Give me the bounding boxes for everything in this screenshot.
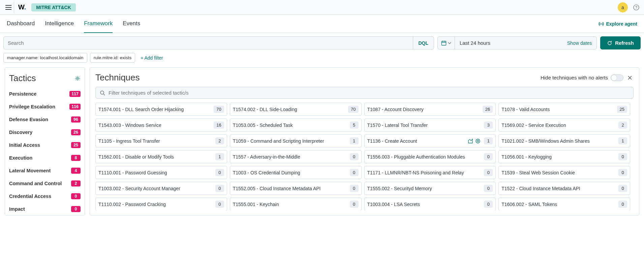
chart-icon[interactable] xyxy=(468,138,473,144)
dql-button[interactable]: DQL xyxy=(413,37,434,49)
technique-card[interactable]: T1003.002 - Security Account Manager0 xyxy=(95,182,227,195)
tactic-item[interactable]: Lateral Movement4 xyxy=(8,164,83,177)
target-icon[interactable] xyxy=(475,138,481,144)
top-bar: W. MITRE ATT&CK a ? xyxy=(0,0,644,15)
technique-card[interactable]: T1543.003 - Windows Service16 xyxy=(95,118,227,132)
tactic-item[interactable]: Defense Evasion96 xyxy=(8,113,83,126)
technique-count-badge: 3 xyxy=(484,122,493,129)
explore-agent-button[interactable]: Explore agent xyxy=(599,21,637,27)
tactic-item[interactable]: Discovery26 xyxy=(8,126,83,139)
date-picker: Last 24 hours Show dates xyxy=(437,36,597,49)
tactic-name: Credential Access xyxy=(9,194,51,199)
tactic-name: Command and Control xyxy=(9,181,62,186)
technique-card[interactable]: T1555.001 - Keychain0 xyxy=(230,198,362,210)
date-quick-select[interactable] xyxy=(438,37,455,49)
technique-card[interactable]: T1059 - Command and Scripting Interprete… xyxy=(230,134,362,147)
technique-label: T1110.001 - Password Guessing xyxy=(98,170,213,175)
tactics-title: Tactics xyxy=(9,73,36,83)
breadcrumb-chip[interactable]: MITRE ATT&CK xyxy=(31,3,75,11)
query-controls: DQL Last 24 hours Show dates Refresh xyxy=(0,33,644,53)
technique-card[interactable]: T1105 - Ingress Tool Transfer2 xyxy=(95,134,227,147)
date-range-text[interactable]: Last 24 hours xyxy=(455,40,495,46)
technique-label: T1557 - Adversary-in-the-Middle xyxy=(233,154,348,160)
technique-card[interactable]: T1136 - Create Account1 xyxy=(364,134,496,147)
tab-intelligence[interactable]: Intelligence xyxy=(45,15,74,33)
user-avatar[interactable]: a xyxy=(618,2,628,12)
technique-filter-bar xyxy=(95,87,634,99)
technique-label: T1574.001 - DLL Search Order Hijacking xyxy=(98,107,212,112)
tactic-item[interactable]: Privilege Escalation116 xyxy=(8,100,83,113)
tactic-item[interactable]: Credential Access0 xyxy=(8,190,83,203)
technique-card[interactable]: T1003 - OS Credential Dumping0 xyxy=(230,166,362,179)
tab-events[interactable]: Events xyxy=(123,15,140,33)
technique-action-icons xyxy=(468,138,481,144)
technique-count-badge: 0 xyxy=(484,201,493,208)
app-logo[interactable]: W. xyxy=(17,3,29,11)
tactic-item[interactable]: Initial Access25 xyxy=(8,139,83,151)
technique-card[interactable]: T1574.002 - DLL Side-Loading70 xyxy=(230,103,362,116)
tab-framework[interactable]: Framework xyxy=(84,15,113,33)
menu-button[interactable] xyxy=(3,2,14,13)
technique-count-badge: 2 xyxy=(215,137,224,144)
technique-label: T1021.002 - SMB/Windows Admin Shares xyxy=(501,138,616,144)
help-button[interactable]: ? xyxy=(631,2,641,12)
technique-count-badge: 0 xyxy=(350,169,359,176)
technique-card[interactable]: T1021.002 - SMB/Windows Admin Shares1 xyxy=(498,134,630,147)
technique-label: T1569.002 - Service Execution xyxy=(501,123,616,128)
filters-row: manager.name: localhost.localdomainrule.… xyxy=(0,53,644,67)
filter-chip[interactable]: manager.name: localhost.localdomain xyxy=(3,53,87,63)
technique-card[interactable]: T1606.002 - SAML Tokens0 xyxy=(498,198,630,210)
tabs-row: DashboardIntelligenceFrameworkEvents Exp… xyxy=(0,15,644,33)
technique-card[interactable]: T1078 - Valid Accounts25 xyxy=(498,103,630,116)
technique-filter-input[interactable] xyxy=(109,90,629,96)
technique-count-badge: 16 xyxy=(214,122,224,129)
technique-label: T1003.004 - LSA Secrets xyxy=(367,202,482,207)
technique-card[interactable]: T1570 - Lateral Tool Transfer3 xyxy=(364,118,496,132)
add-filter-button[interactable]: + Add filter xyxy=(138,53,166,63)
technique-card[interactable]: T1569.002 - Service Execution2 xyxy=(498,118,630,132)
technique-label: T1570 - Lateral Tool Transfer xyxy=(367,123,482,128)
tactic-count-badge: 25 xyxy=(71,142,81,148)
tactic-item[interactable]: Command and Control2 xyxy=(8,177,83,190)
tactic-item[interactable]: Persistence117 xyxy=(8,88,83,100)
tactics-settings-button[interactable] xyxy=(74,75,81,81)
technique-label: T1539 - Steal Web Session Cookie xyxy=(501,170,616,175)
tab-dashboard[interactable]: Dashboard xyxy=(7,15,35,33)
technique-card[interactable]: T1539 - Steal Web Session Cookie0 xyxy=(498,166,630,179)
technique-count-badge: 0 xyxy=(618,201,627,208)
tactic-name: Execution xyxy=(9,155,32,161)
calendar-icon xyxy=(441,40,447,46)
tactic-item[interactable]: Impact0 xyxy=(8,203,83,215)
technique-card[interactable]: T1110.002 - Password Cracking0 xyxy=(95,198,227,210)
search-input[interactable] xyxy=(4,37,413,49)
tactic-count-badge: 2 xyxy=(71,180,81,186)
close-panel-button[interactable] xyxy=(626,74,634,81)
technique-card[interactable]: T1556.003 - Pluggable Authentication Mod… xyxy=(364,150,496,163)
technique-card[interactable]: T1522 - Cloud Instance Metadata API0 xyxy=(498,182,630,195)
technique-label: T1555.001 - Keychain xyxy=(233,202,348,207)
technique-card[interactable]: T1552.005 - Cloud Instance Metadata API0 xyxy=(230,182,362,195)
refresh-button[interactable]: Refresh xyxy=(600,36,641,49)
technique-card[interactable]: T1562.001 - Disable or Modify Tools1 xyxy=(95,150,227,163)
technique-card[interactable]: T1110.001 - Password Guessing0 xyxy=(95,166,227,179)
gear-icon xyxy=(74,75,81,81)
svg-point-4 xyxy=(77,77,79,79)
close-icon xyxy=(627,75,632,80)
technique-card[interactable]: T1557 - Adversary-in-the-Middle0 xyxy=(230,150,362,163)
technique-card[interactable]: T1574.001 - DLL Search Order Hijacking70 xyxy=(95,103,227,116)
hide-no-alerts-toggle[interactable] xyxy=(611,74,623,81)
technique-card[interactable]: T1171 - LLMNR/NBT-NS Poisoning and Relay… xyxy=(364,166,496,179)
technique-count-badge: 0 xyxy=(215,201,224,208)
show-dates-button[interactable]: Show dates xyxy=(562,40,596,46)
technique-card[interactable]: T1053.005 - Scheduled Task5 xyxy=(230,118,362,132)
technique-card[interactable]: T1555.002 - Securityd Memory0 xyxy=(364,182,496,195)
technique-card[interactable]: T1056.001 - Keylogging0 xyxy=(498,150,630,163)
technique-card[interactable]: T1087 - Account Discovery26 xyxy=(364,103,496,116)
filter-chip[interactable]: rule.mitre.id: exists xyxy=(90,53,135,63)
svg-point-7 xyxy=(477,140,479,142)
chevron-down-icon xyxy=(448,42,451,44)
technique-card[interactable]: T1003.004 - LSA Secrets0 xyxy=(364,198,496,210)
svg-point-5 xyxy=(100,91,104,94)
tactic-count-badge: 96 xyxy=(71,116,81,123)
tactic-item[interactable]: Execution8 xyxy=(8,151,83,164)
